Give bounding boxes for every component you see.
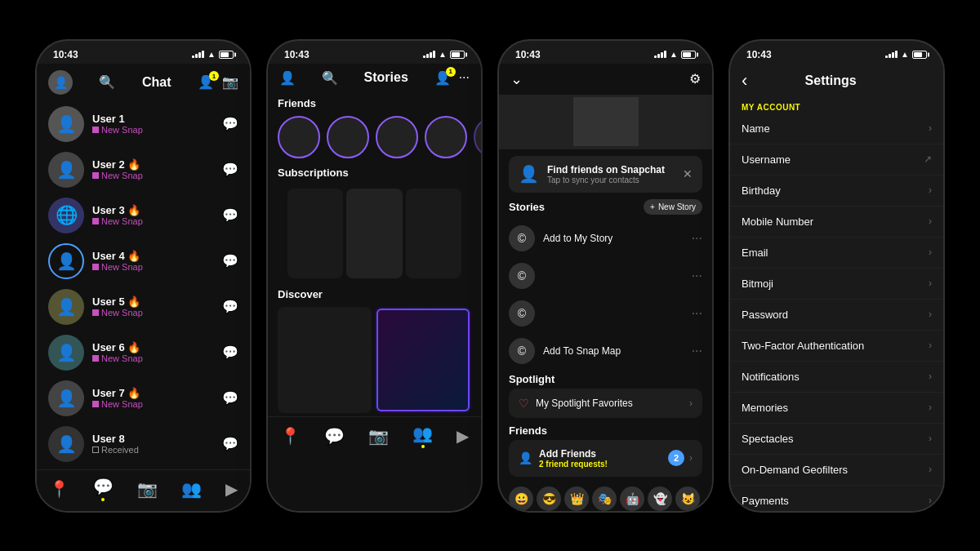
close-icon[interactable]: ✕: [683, 167, 693, 180]
chat-name: User 5 🔥: [92, 295, 214, 308]
bitmoji-avatar[interactable]: 👑: [564, 487, 589, 511]
list-item[interactable]: 👤 User 8 Received 💬: [43, 421, 243, 467]
sub-card[interactable]: [406, 189, 461, 278]
add-friend-icon[interactable]: 👤 1: [198, 74, 214, 90]
settings-item-birthday[interactable]: Birthday ›: [730, 176, 943, 207]
nav-chat[interactable]: 💬: [324, 426, 345, 446]
spotlight-row[interactable]: ♡ My Spotlight Favorites ›: [509, 389, 702, 418]
more-icon-stories[interactable]: ···: [459, 70, 470, 86]
bitmoji-avatar[interactable]: 😎: [537, 487, 561, 511]
settings-item-mobile[interactable]: Mobile Number ›: [730, 207, 943, 238]
chevron-icon: ›: [929, 402, 932, 413]
back-chevron[interactable]: ⌄: [510, 70, 523, 88]
nav-camera[interactable]: 📷: [137, 479, 158, 499]
gear-icon[interactable]: ⚙: [689, 71, 701, 87]
more-icon[interactable]: ···: [692, 344, 702, 358]
chat-action-icon[interactable]: 💬: [222, 116, 238, 131]
settings-item-2fa[interactable]: Two-Factor Authentication ›: [730, 331, 943, 362]
bitmoji-avatar[interactable]: 😀: [509, 487, 533, 511]
camera-icon[interactable]: 📷: [222, 74, 238, 90]
list-item[interactable]: 👤 User 7 🔥 New Snap 💬: [43, 375, 243, 421]
list-item[interactable]: 👤 User 2 🔥 New Snap 💬: [43, 147, 243, 193]
list-item[interactable]: 👤 User 5 🔥 New Snap 💬: [43, 284, 243, 330]
nav-chat[interactable]: 💬: [93, 477, 114, 501]
add-friend-icon-stories[interactable]: 👤 1: [434, 70, 451, 86]
wifi-icon: ▲: [207, 50, 216, 59]
settings-item-spectacles[interactable]: Spectacles ›: [730, 424, 943, 455]
chat-action-icon[interactable]: 💬: [222, 436, 238, 451]
story-circle[interactable]: [327, 116, 369, 158]
story-row[interactable]: © ···: [509, 295, 702, 332]
chat-header: 👤 🔍 Chat 👤 1 📷: [37, 64, 250, 101]
more-icon[interactable]: ···: [692, 231, 702, 246]
status-icons-settings: ▲: [885, 50, 927, 59]
story-circle[interactable]: [474, 116, 481, 158]
map-icon: 📍: [280, 426, 301, 446]
find-friends-banner[interactable]: 👤 Find friends on Snapchat Tap to sync y…: [509, 156, 702, 193]
subscriptions-section: Subscriptions: [268, 162, 481, 285]
stories-list: Stories + New Story © Add to My Story ··…: [499, 199, 712, 370]
settings-label: Spectacles: [742, 433, 794, 445]
nav-camera[interactable]: 📷: [368, 426, 389, 446]
settings-item-memories[interactable]: Memories ›: [730, 393, 943, 424]
chat-status: Received: [92, 445, 214, 455]
bitmoji-avatar[interactable]: 👻: [648, 487, 672, 511]
nav-spotlight[interactable]: ▶: [225, 479, 238, 499]
battery-icon: [219, 51, 234, 59]
story-circle[interactable]: [425, 116, 467, 158]
story-circle[interactable]: [376, 116, 418, 158]
battery-icon: [912, 51, 927, 59]
chat-action-icon[interactable]: 💬: [222, 162, 238, 177]
friends-circles: [278, 116, 471, 158]
settings-item-username[interactable]: Username ↗: [730, 144, 943, 176]
settings-item-notifications[interactable]: Notifications ›: [730, 362, 943, 393]
nav-friends[interactable]: 👥: [181, 479, 202, 499]
chevron-icon: ›: [929, 122, 932, 134]
add-badge: 1: [209, 71, 219, 81]
sub-card[interactable]: [287, 189, 343, 278]
back-icon-settings[interactable]: ‹: [742, 70, 747, 91]
discover-card[interactable]: [375, 307, 472, 413]
list-item[interactable]: 👤 User 1 New Snap 💬: [43, 101, 243, 147]
story-row[interactable]: © ···: [509, 257, 702, 295]
bitmoji-avatar[interactable]: 😺: [675, 487, 700, 511]
avatar: 👤: [48, 426, 84, 462]
story-circle[interactable]: [278, 116, 320, 158]
nav-friends[interactable]: 👥: [412, 424, 433, 448]
chat-action-icon[interactable]: 💬: [222, 207, 238, 223]
chat-action-icon[interactable]: 💬: [222, 390, 238, 406]
chat-action-icon[interactable]: 💬: [222, 344, 238, 360]
settings-item-password[interactable]: Password ›: [730, 300, 943, 331]
add-friends-row[interactable]: 👤 Add Friends 2 friend requests! 2 ›: [509, 440, 702, 477]
settings-item-email[interactable]: Email ›: [730, 238, 943, 269]
bitmoji-avatar[interactable]: 🎭: [592, 487, 617, 511]
settings-item-geofilters[interactable]: On-Demand Geofilters ›: [730, 455, 943, 486]
story-row[interactable]: © Add to My Story ···: [509, 220, 702, 257]
search-icon-stories[interactable]: 🔍: [322, 70, 338, 86]
chevron-icon: ›: [929, 371, 932, 382]
chat-action-icon[interactable]: 💬: [222, 253, 238, 269]
sub-card[interactable]: [346, 189, 402, 278]
list-item[interactable]: 👤 User 4 🔥 New Snap 💬: [43, 238, 243, 284]
search-icon[interactable]: 🔍: [99, 74, 115, 90]
list-item[interactable]: 🌐 User 3 🔥 New Snap 💬: [43, 193, 243, 238]
more-icon[interactable]: ···: [692, 306, 702, 321]
story-row[interactable]: © Add To Snap Map ···: [509, 332, 702, 370]
avatar: 👤: [48, 380, 84, 416]
user-avatar[interactable]: 👤: [48, 70, 73, 95]
discover-card[interactable]: [278, 307, 372, 413]
bitmoji-avatar[interactable]: 🤖: [620, 487, 644, 511]
settings-item-name[interactable]: Name ›: [730, 113, 943, 144]
settings-item-bitmoji[interactable]: Bitmoji ›: [730, 269, 943, 300]
nav-map[interactable]: 📍: [280, 426, 301, 446]
time-friends: 10:43: [515, 49, 541, 60]
nav-map[interactable]: 📍: [49, 479, 69, 499]
new-story-button[interactable]: + New Story: [644, 199, 702, 215]
user-avatar-stories[interactable]: 👤: [279, 70, 296, 86]
list-item[interactable]: 👤 User 6 🔥 New Snap 💬: [43, 330, 243, 375]
chat-action-icon[interactable]: 💬: [222, 299, 238, 314]
settings-item-payments[interactable]: Payments ›: [730, 486, 943, 511]
more-icon[interactable]: ···: [692, 269, 702, 283]
nav-spotlight[interactable]: ▶: [457, 426, 469, 446]
discover-label: Discover: [278, 288, 471, 300]
